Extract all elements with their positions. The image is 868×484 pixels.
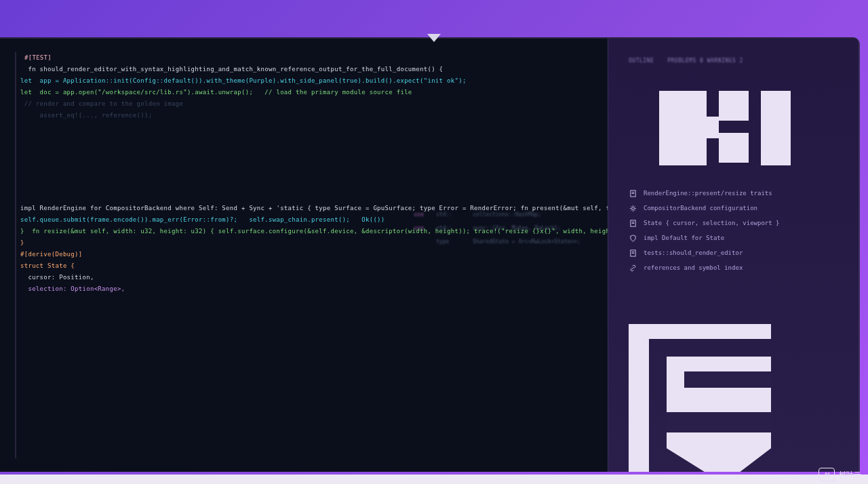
code-editor[interactable]: #[TEST] fn should_render_editor_with_syn…: [0, 39, 608, 472]
outline-title: OUTLINE: [629, 58, 654, 64]
outline-item[interactable]: CompositorBackend configuration: [629, 201, 845, 216]
link-icon: [629, 264, 637, 272]
side-panel: OUTLINE PROBLEMS 0 WARNINGS 2 RenderEngi…: [608, 39, 859, 472]
outline-item[interactable]: RenderEngine::present/resize traits: [629, 186, 845, 201]
watermark: AI 树叶云: [818, 468, 861, 481]
side-panel-header: OUTLINE PROBLEMS 0 WARNINGS 2: [629, 58, 845, 64]
doc-icon: [629, 249, 637, 257]
outline-item[interactable]: tests::should_render_editor: [629, 245, 845, 260]
code-line: } fn resize(&mut self, width: u32, heigh…: [20, 226, 602, 237]
logo-bottom-icon: [629, 324, 852, 472]
outline-item-label: references and symbol index: [644, 260, 743, 275]
code-line: struct State {: [20, 260, 602, 272]
outline-item-label: tests::should_render_editor: [644, 245, 743, 260]
monitor-bezel-bottom: [0, 475, 868, 484]
code-line: assert_eq!(..., reference());: [20, 110, 602, 121]
outline-item-label: CompositorBackend configuration: [644, 201, 757, 216]
outline-item[interactable]: impl Default for State: [629, 230, 845, 245]
watermark-text: 树叶云: [839, 470, 861, 480]
code-line: }: [20, 237, 602, 249]
screen-frame: #[TEST] fn should_render_editor_with_syn…: [0, 37, 860, 472]
ai-badge-icon: AI: [818, 468, 835, 481]
code-line: impl RenderEngine for CompositorBackend …: [20, 203, 602, 214]
svg-point-3: [631, 207, 634, 209]
outline-item-label: RenderEngine::present/resize traits: [644, 186, 772, 201]
outline-item-label: impl Default for State: [644, 230, 724, 245]
code-line: let doc = app.open("/workspace/src/lib.r…: [20, 87, 602, 98]
code-line: cursor: Position,: [20, 272, 602, 283]
code-line: self.queue.submit(frame.encode()).map_er…: [20, 214, 602, 226]
code-line: #[derive(Debug)]: [20, 249, 602, 260]
doc-icon: [629, 189, 637, 197]
shield-icon: [629, 234, 637, 242]
code-line: fn should_render_editor_with_syntax_high…: [20, 64, 602, 75]
outline-item-label: State { cursor, selection, viewport }: [644, 216, 779, 230]
outline-list: RenderEngine::present/resize traits Comp…: [629, 186, 845, 275]
code-line: // render and compare to the golden imag…: [20, 98, 602, 110]
gear-icon: [629, 204, 637, 212]
code-line: #[TEST]: [20, 52, 602, 64]
editor-gutter: [15, 52, 16, 458]
outline-item[interactable]: references and symbol index: [629, 260, 845, 275]
code-line: let app = Application::init(Config::defa…: [20, 75, 602, 87]
logo-top-icon: [659, 91, 815, 165]
doc-icon: [629, 219, 637, 227]
outline-item[interactable]: State { cursor, selection, viewport }: [629, 216, 845, 230]
code-line: selection: Option<Range>,: [20, 283, 602, 295]
monitor-notch-icon: [427, 34, 441, 42]
attr-badge: #[TEST]: [22, 52, 54, 64]
problems-summary: PROBLEMS 0 WARNINGS 2: [667, 58, 743, 64]
